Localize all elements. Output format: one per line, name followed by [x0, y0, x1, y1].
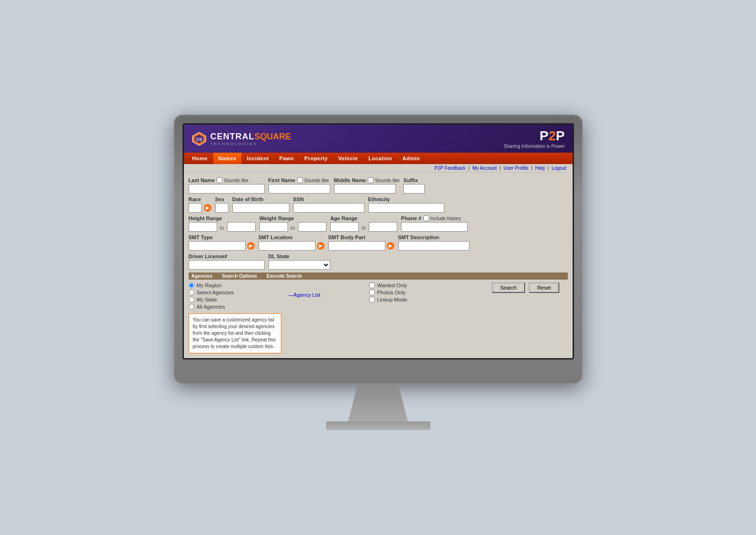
dob-input[interactable]: [232, 203, 289, 213]
middle-sounds-like-label[interactable]: Sounds like: [368, 177, 400, 183]
photos-only-label: Photos Only: [377, 290, 406, 295]
agency-select-label: Select Agencies: [197, 290, 234, 295]
race-lookup-btn[interactable]: ▶: [204, 204, 211, 212]
dl-state-select[interactable]: AL AK AZ CA CO FL TX: [268, 260, 330, 270]
smt-type-input[interactable]: [189, 241, 246, 251]
lineup-mode-checkbox[interactable]: [369, 297, 375, 302]
smt-location-input[interactable]: [258, 241, 316, 251]
smt-type-btn[interactable]: ▶: [247, 242, 255, 250]
nav-property[interactable]: Property: [300, 153, 333, 164]
smt-body-btn[interactable]: ▶: [387, 242, 394, 250]
last-name-label: Last Name: [189, 177, 215, 183]
suffix-input[interactable]: [403, 184, 425, 194]
agencies-panel: My Region Select Agencies My State: [189, 282, 284, 353]
agency-all-radio[interactable]: [189, 304, 194, 310]
nav-incident[interactable]: Incident: [242, 153, 274, 164]
link-logout[interactable]: Logout: [552, 165, 566, 171]
height-label: Height Range: [189, 215, 256, 221]
include-history-checkbox[interactable]: [423, 215, 429, 221]
smt-desc-input[interactable]: [398, 241, 469, 251]
height-from-input[interactable]: [189, 222, 217, 232]
smt-body-group: SMT Body Part ▶: [328, 234, 394, 251]
wanted-only-item[interactable]: Wanted Only: [369, 282, 487, 288]
photos-only-checkbox[interactable]: [369, 290, 375, 295]
agency-my-region[interactable]: My Region: [189, 282, 284, 288]
agency-list-link[interactable]: —Agency List: [288, 292, 321, 298]
last-sounds-like-label[interactable]: Sounds like: [217, 177, 249, 183]
height-row: Height Range to Weight Range to: [189, 215, 568, 232]
nav-pawn[interactable]: Pawn: [275, 153, 299, 164]
first-sounds-like-checkbox[interactable]: [297, 177, 303, 183]
divider-search-options: Search Options: [222, 273, 257, 279]
nav-vehicle[interactable]: Vehicle: [334, 153, 363, 164]
nav-home[interactable]: Home: [188, 153, 213, 164]
race-input[interactable]: [189, 203, 202, 213]
link-p2p-feedback[interactable]: P2P Feedback: [434, 165, 465, 171]
ssn-group: SSN: [293, 196, 364, 213]
agency-all-label: All Agencies: [197, 304, 225, 310]
link-my-account[interactable]: My Account: [472, 165, 497, 171]
age-to-separator: to: [361, 225, 367, 232]
agency-my-state-label: My State: [197, 297, 217, 302]
first-name-group: First Name Sounds like: [268, 177, 330, 194]
photos-only-item[interactable]: Photos Only: [369, 290, 487, 295]
smt-location-group: SMT Location ▶: [258, 234, 325, 251]
last-sounds-like-checkbox[interactable]: [217, 177, 222, 183]
monitor-bezel: CS CENTRALSQUARE TECHNOLOGIES P2P Sharin…: [174, 115, 583, 383]
search-button[interactable]: Search: [492, 282, 526, 293]
lineup-mode-item[interactable]: Lineup Mode: [369, 297, 487, 302]
nav-location[interactable]: Location: [364, 153, 397, 164]
agency-list-area: —Agency List: [288, 282, 364, 353]
nav-admin[interactable]: Admin: [398, 153, 425, 164]
main-content: Last Name Sounds like First Name: [184, 173, 573, 358]
link-user-profile[interactable]: User Profile: [504, 165, 528, 171]
agency-my-region-radio[interactable]: [189, 282, 194, 288]
divider-agencies: Agencies: [191, 273, 212, 279]
ssn-input[interactable]: [293, 203, 364, 213]
phone-input[interactable]: [401, 222, 468, 232]
last-name-input[interactable]: [189, 184, 265, 194]
first-name-input[interactable]: [268, 184, 330, 194]
height-to-separator: to: [219, 225, 225, 232]
p2p-p2: P: [556, 128, 565, 143]
logo-technologies: TECHNOLOGIES: [211, 142, 291, 146]
weight-from-input[interactable]: [259, 222, 288, 232]
agency-select-radio[interactable]: [189, 290, 194, 295]
middle-name-input[interactable]: [334, 184, 396, 194]
weight-to-input[interactable]: [298, 222, 326, 232]
phone-label: Phone #: [401, 215, 421, 221]
name-row: Last Name Sounds like First Name: [189, 177, 568, 194]
height-to-input[interactable]: [227, 222, 256, 232]
reset-button[interactable]: Reset: [529, 282, 560, 293]
wanted-only-checkbox[interactable]: [369, 282, 375, 288]
agency-my-region-label: My Region: [197, 282, 222, 288]
sex-input[interactable]: [215, 203, 229, 213]
smt-body-input[interactable]: [328, 241, 385, 251]
phone-group: Phone # Include history: [401, 215, 468, 232]
logo-text: CENTRALSQUARE TECHNOLOGIES: [211, 132, 291, 146]
age-to-input[interactable]: [369, 222, 397, 232]
logo-area: CS CENTRALSQUARE TECHNOLOGIES: [191, 131, 291, 146]
logo-icon: CS: [191, 131, 207, 146]
age-from-input[interactable]: [330, 222, 359, 232]
agency-my-state-radio[interactable]: [189, 297, 194, 302]
smt-location-btn[interactable]: ▶: [317, 242, 325, 250]
ethnicity-group: Ethnicity: [368, 196, 444, 213]
link-help[interactable]: Help: [535, 165, 545, 171]
first-sounds-like-label[interactable]: Sounds like: [297, 177, 329, 183]
nav-names[interactable]: Names: [213, 153, 241, 164]
ethnicity-input[interactable]: [368, 203, 444, 213]
nav-bar: Home Names Incident Pawn Property Vehicl…: [184, 153, 573, 164]
weight-to-separator: to: [290, 225, 296, 232]
section-divider: Agencies Search Options Execute Search: [189, 272, 568, 280]
agency-my-state[interactable]: My State: [189, 297, 284, 302]
agency-select[interactable]: Select Agencies: [189, 290, 284, 295]
age-label: Age Range: [330, 215, 397, 221]
smt-body-label: SMT Body Part: [328, 234, 394, 240]
include-history-text: Include history: [431, 216, 461, 221]
include-history-label[interactable]: Include history: [423, 215, 461, 221]
last-name-label-row: Last Name Sounds like: [189, 177, 265, 183]
dl-input[interactable]: [189, 260, 265, 270]
middle-sounds-like-checkbox[interactable]: [368, 177, 373, 183]
agency-all[interactable]: All Agencies: [189, 304, 284, 310]
